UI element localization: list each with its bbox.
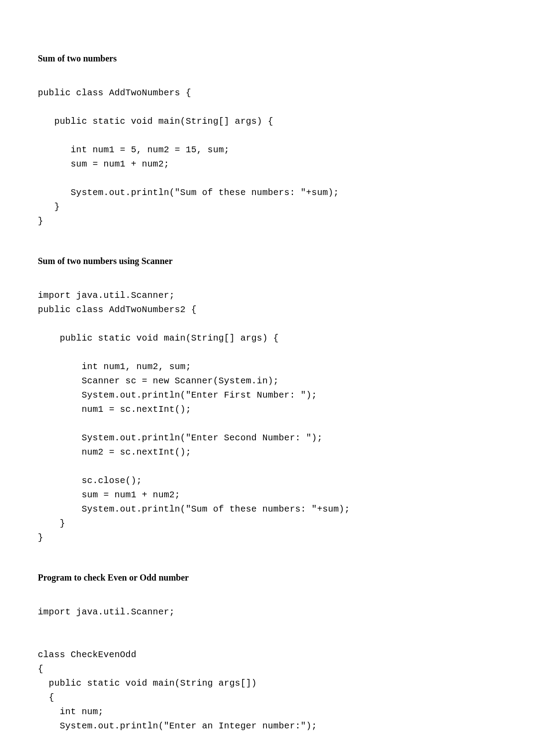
code-block-2: import java.util.Scanner; public class A… (38, 289, 496, 545)
section-heading-3: Program to check Even or Odd number (38, 573, 496, 583)
code-block-1: public class AddTwoNumbers { public stat… (38, 86, 496, 228)
document-page: Sum of two numbers public class AddTwoNu… (38, 53, 496, 733)
section-heading-1: Sum of two numbers (38, 53, 496, 64)
section-3: Program to check Even or Odd number impo… (38, 573, 496, 733)
section-1: Sum of two numbers public class AddTwoNu… (38, 53, 496, 228)
section-heading-2: Sum of two numbers using Scanner (38, 256, 496, 266)
code-block-3: import java.util.Scanner; class CheckEve… (38, 605, 496, 733)
section-2: Sum of two numbers using Scanner import … (38, 256, 496, 545)
